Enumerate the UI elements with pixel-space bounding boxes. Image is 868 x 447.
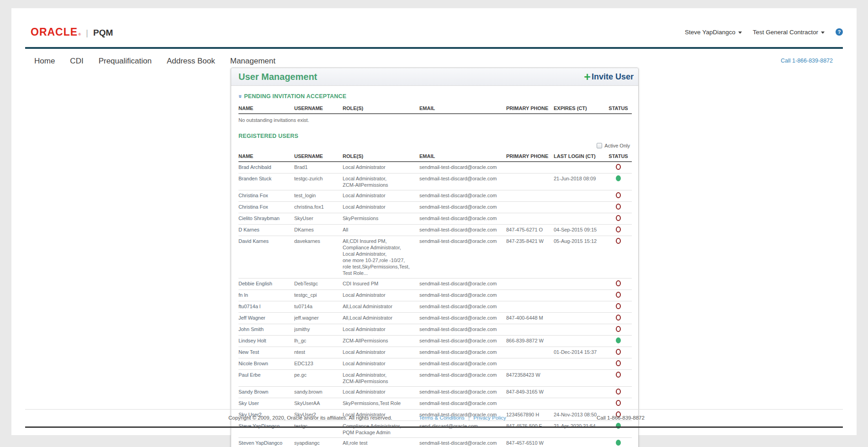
user-name[interactable]: New Test [238, 347, 294, 358]
user-roles: Local Administrator [343, 290, 419, 301]
user-status-cell [607, 398, 632, 410]
user-email: sendmail-test-discard@oracle.com [419, 336, 506, 347]
user-name[interactable]: ftu0714a l [238, 301, 294, 313]
column-header: LAST LOGIN (CT) [554, 151, 607, 162]
user-email: sendmail-test-discard@oracle.com [419, 398, 506, 410]
active-only-checkbox[interactable] [597, 143, 602, 148]
user-name[interactable]: Nicole Brown [238, 358, 294, 370]
user-name[interactable]: Branden Stuck [238, 174, 294, 190]
user-name[interactable]: Christina Fox [238, 202, 294, 213]
active-only-filter: Active Only [238, 143, 630, 148]
user-username: testgc-zurich [294, 174, 343, 190]
user-name[interactable]: Sandy Brown [238, 387, 294, 398]
user-primary-phone [506, 301, 554, 313]
registered-users-table: NAMEUSERNAMEROLE(S)EMAILPRIMARY PHONELAS… [238, 151, 632, 447]
user-row: D Karnes DKarnes All sendmail-test-disca… [238, 225, 632, 236]
user-status-cell [607, 174, 632, 190]
user-primary-phone [506, 398, 554, 410]
nav-item[interactable]: Management [230, 57, 275, 66]
nav-item[interactable]: Home [34, 57, 55, 66]
user-email: sendmail-test-discard@oracle.com [419, 190, 506, 202]
user-last-login [554, 438, 607, 447]
user-last-login [554, 213, 607, 225]
nav-item[interactable]: Prequalification [99, 57, 152, 66]
user-primary-phone: 847-457-6510 W [506, 438, 554, 447]
pending-invitations-table: NAMEUSERNAMEROLE(S)EMAILPRIMARY PHONEEXP… [238, 103, 632, 114]
footer-content: Copyright © 2009, 2020, Oracle and/or it… [25, 410, 843, 426]
user-last-login [554, 279, 607, 290]
brand-logo[interactable]: ORACLE ® | PQM [31, 26, 113, 38]
user-row: Lindsey Holt lh_gc ZCM-AllPermissions se… [238, 336, 632, 347]
nav-item[interactable]: Address Book [167, 57, 215, 66]
link-separator: | [468, 415, 470, 421]
terms-link[interactable]: Terms & Conditions [419, 415, 465, 421]
nav-call-link[interactable]: Call 1-866-839-8872 [781, 58, 833, 64]
invite-user-button[interactable]: + Invite User [584, 72, 634, 82]
status-icon [616, 192, 621, 198]
user-status-cell [607, 225, 632, 236]
user-name[interactable]: David Karnes [238, 236, 294, 279]
user-primary-phone [506, 190, 554, 202]
user-name[interactable]: Christina Fox [238, 190, 294, 202]
user-row: New Test ntest Local Administrator sendm… [238, 347, 632, 358]
help-icon[interactable]: ? [836, 28, 843, 36]
user-row: Sky User SkyUserAA SkyPermissions,Test R… [238, 398, 632, 410]
main-nav: HomeCDIPrequalificationAddress BookManag… [34, 53, 275, 69]
user-name[interactable]: Jeff Wagner [238, 313, 294, 324]
user-menu[interactable]: Steve YapDiangco [685, 29, 742, 36]
user-name[interactable]: D Karnes [238, 225, 294, 236]
status-icon [616, 204, 621, 210]
user-primary-phone [506, 213, 554, 225]
user-email: sendmail-test-discard@oracle.com [419, 347, 506, 358]
status-icon [616, 326, 621, 332]
user-last-login [554, 324, 607, 336]
privacy-link[interactable]: Privacy Policy [473, 415, 506, 421]
user-name[interactable]: John Smith [238, 324, 294, 336]
column-header: USERNAME [294, 151, 343, 162]
column-header: STATUS [607, 151, 632, 162]
user-primary-phone: 866-839-8872 W [506, 336, 554, 347]
user-username: christina.fox1 [294, 202, 343, 213]
user-name[interactable]: Paul Erbe [238, 370, 294, 387]
user-name[interactable]: Cielito Shraybman [238, 213, 294, 225]
org-menu[interactable]: Test General Contractor [753, 29, 825, 36]
nav-item[interactable]: CDI [70, 57, 83, 66]
user-username: EDC123 [294, 358, 343, 370]
page-title: User Management [238, 72, 317, 82]
user-name[interactable]: Brad Archibald [238, 162, 294, 174]
user-roles: All,Local Administrator [343, 313, 419, 324]
user-email: sendmail-test-discard@oracle.com [419, 162, 506, 174]
user-row: Steven YapDiangco syapdiangc All,role te… [238, 438, 632, 447]
user-status-cell [607, 279, 632, 290]
footer-bottom-bar [25, 426, 843, 428]
user-last-login [554, 290, 607, 301]
user-primary-phone [506, 174, 554, 190]
user-name[interactable]: Debbie English [238, 279, 294, 290]
user-username: davekarnes [294, 236, 343, 279]
user-primary-phone: 847-235-8421 W [506, 236, 554, 279]
footer-call-text: Call 1-866-839-8872 [597, 415, 645, 421]
user-primary-phone: 8472358423 W [506, 370, 554, 387]
user-last-login [554, 370, 607, 387]
column-header: PRIMARY PHONE [506, 151, 554, 162]
panel-header: User Management + Invite User [231, 68, 638, 86]
user-roles: Local Administrator [343, 324, 419, 336]
user-primary-phone [506, 202, 554, 213]
user-username: jeff.wagner [294, 313, 343, 324]
user-status-cell [607, 190, 632, 202]
user-row: Cielito Shraybman SkyUser SkyPermissions… [238, 213, 632, 225]
user-last-login: 04-Sep-2015 09:15 [554, 225, 607, 236]
registered-table-header-row: NAMEUSERNAMEROLE(S)EMAILPRIMARY PHONELAS… [238, 151, 632, 162]
chevron-down-icon [821, 32, 825, 34]
user-name[interactable]: Lindsey Holt [238, 336, 294, 347]
user-row: Christina Fox christina.fox1 Local Admin… [238, 202, 632, 213]
user-name[interactable]: Steven YapDiangco [238, 438, 294, 447]
column-header: EMAIL [419, 151, 506, 162]
column-header: NAME [238, 103, 294, 114]
user-roles: Local Administrator [343, 358, 419, 370]
user-primary-phone [506, 162, 554, 174]
user-row: David Karnes davekarnes All,CDI Insured … [238, 236, 632, 279]
user-name[interactable]: fn ln [238, 290, 294, 301]
collapse-chevron-icon[interactable]: » [238, 95, 243, 98]
user-name[interactable]: Sky User [238, 398, 294, 410]
